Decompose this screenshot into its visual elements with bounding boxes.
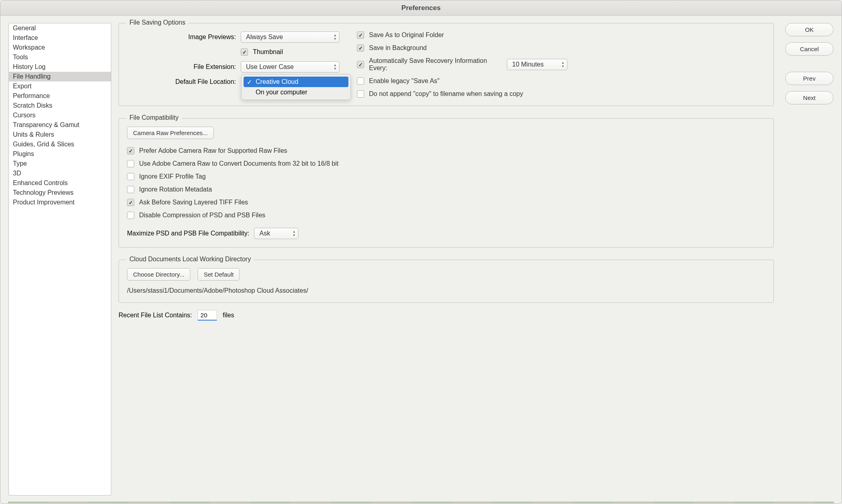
maximize-compat-select[interactable]: Ask ▲▼ <box>254 228 298 239</box>
file-extension-value: Use Lower Case <box>246 63 294 71</box>
legacy-save-as-label: Enable legacy "Save As" <box>369 77 440 85</box>
auto-recovery-label: Automatically Save Recovery Information … <box>369 57 502 72</box>
sidebar-item-general[interactable]: General <box>9 23 111 33</box>
disable-compression-checkbox[interactable] <box>127 212 134 219</box>
camera-raw-preferences-button[interactable]: Camera Raw Preferences... <box>127 127 214 139</box>
no-append-copy-checkbox[interactable] <box>357 90 364 98</box>
legacy-save-as-checkbox[interactable] <box>357 77 364 85</box>
ignore-rotation-checkbox[interactable] <box>127 186 134 193</box>
sidebar-item-enhanced-controls[interactable]: Enhanced Controls <box>9 178 111 188</box>
next-button[interactable]: Next <box>785 91 834 104</box>
preferences-sidebar: General Interface Workspace Tools Histor… <box>8 23 111 496</box>
chevrons-icon: ▲▼ <box>333 33 337 41</box>
ignore-exif-label: Ignore EXIF Profile Tag <box>139 173 206 180</box>
cloud-documents-legend: Cloud Documents Local Working Directory <box>126 256 254 263</box>
sidebar-item-tools[interactable]: Tools <box>9 52 111 62</box>
prefer-camera-raw-checkbox[interactable] <box>127 147 134 154</box>
sidebar-item-transparency-gamut[interactable]: Transparency & Gamut <box>9 120 111 130</box>
ignore-exif-checkbox[interactable] <box>127 173 134 180</box>
sidebar-item-export[interactable]: Export <box>9 81 111 91</box>
cancel-button[interactable]: Cancel <box>785 42 834 56</box>
use-camera-raw-convert-label: Use Adobe Camera Raw to Convert Document… <box>139 160 338 167</box>
file-extension-label: File Extension: <box>127 63 236 71</box>
auto-recovery-interval-select[interactable]: 10 Minutes ▲▼ <box>507 59 567 70</box>
auto-recovery-checkbox[interactable] <box>357 61 364 68</box>
file-extension-select[interactable]: Use Lower Case ▲▼ <box>241 61 340 73</box>
auto-recovery-interval-value: 10 Minutes <box>512 61 544 68</box>
image-previews-select[interactable]: Always Save ▲▼ <box>241 31 340 43</box>
ask-tiff-label: Ask Before Saving Layered TIFF Files <box>139 199 248 206</box>
titlebar: Preferences <box>0 0 842 16</box>
thumbnail-label: Thumbnail <box>253 48 283 56</box>
prev-button[interactable]: Prev <box>785 72 834 85</box>
chevrons-icon: ▲▼ <box>333 63 337 71</box>
save-as-original-checkbox[interactable] <box>357 31 364 39</box>
no-append-copy-label: Do not append "copy" to filename when sa… <box>369 90 523 98</box>
sidebar-item-file-handling[interactable]: File Handling <box>9 72 111 81</box>
file-compatibility-group: File Compatibility Camera Raw Preference… <box>119 118 774 248</box>
cloud-directory-path: /Users/stassi1/Documents/Adobe/Photoshop… <box>127 287 765 294</box>
sidebar-item-technology-previews[interactable]: Technology Previews <box>9 188 111 198</box>
default-file-location-dropdown[interactable]: Creative Cloud On your computer <box>241 74 351 100</box>
cloud-documents-group: Cloud Documents Local Working Directory … <box>119 260 774 303</box>
sidebar-item-cursors[interactable]: Cursors <box>9 110 111 120</box>
sidebar-item-performance[interactable]: Performance <box>9 91 111 101</box>
dialog-buttons: OK Cancel Prev Next <box>785 23 834 496</box>
ask-tiff-checkbox[interactable] <box>127 199 134 206</box>
set-default-button[interactable]: Set Default <box>198 268 240 281</box>
recent-files-input[interactable] <box>198 310 217 321</box>
recent-files-label: Recent File List Contains: <box>119 312 192 319</box>
dropdown-option-on-your-computer[interactable]: On your computer <box>244 87 348 98</box>
disable-compression-label: Disable Compression of PSD and PSB Files <box>139 212 265 219</box>
maximize-compat-label: Maximize PSD and PSB File Compatibility: <box>127 230 249 237</box>
file-saving-legend: File Saving Options <box>126 19 189 26</box>
sidebar-item-type[interactable]: Type <box>9 159 111 169</box>
choose-directory-button[interactable]: Choose Directory... <box>127 268 190 281</box>
save-as-original-label: Save As to Original Folder <box>369 31 444 39</box>
sidebar-item-3d[interactable]: 3D <box>9 169 111 178</box>
dropdown-option-creative-cloud[interactable]: Creative Cloud <box>244 77 348 87</box>
sidebar-item-product-improvement[interactable]: Product Improvement <box>9 198 111 207</box>
sidebar-item-history-log[interactable]: History Log <box>9 62 111 72</box>
default-file-location-label: Default File Location: <box>127 78 236 85</box>
save-background-label: Save in Background <box>369 44 427 52</box>
background-thumbnails <box>8 502 834 503</box>
file-saving-options-group: File Saving Options Image Previews: Alwa… <box>119 23 774 106</box>
sidebar-item-interface[interactable]: Interface <box>9 33 111 43</box>
thumbnail-checkbox[interactable] <box>241 48 248 56</box>
main-panel: File Saving Options Image Previews: Alwa… <box>119 23 778 496</box>
maximize-compat-value: Ask <box>259 230 270 237</box>
sidebar-item-units-rulers[interactable]: Units & Rulers <box>9 130 111 140</box>
file-compatibility-legend: File Compatibility <box>126 114 182 121</box>
save-background-checkbox[interactable] <box>357 44 364 52</box>
sidebar-item-workspace[interactable]: Workspace <box>9 43 111 52</box>
sidebar-item-scratch-disks[interactable]: Scratch Disks <box>9 101 111 110</box>
chevrons-icon: ▲▼ <box>292 230 296 237</box>
chevrons-icon: ▲▼ <box>561 61 565 68</box>
image-previews-label: Image Previews: <box>127 33 236 41</box>
ignore-rotation-label: Ignore Rotation Metadata <box>139 186 212 193</box>
window-title: Preferences <box>401 4 440 12</box>
sidebar-item-guides-grid-slices[interactable]: Guides, Grid & Slices <box>9 140 111 149</box>
recent-files-suffix: files <box>223 312 234 319</box>
use-camera-raw-convert-checkbox[interactable] <box>127 160 134 167</box>
image-previews-value: Always Save <box>246 33 283 41</box>
ok-button[interactable]: OK <box>785 23 834 36</box>
prefer-camera-raw-label: Prefer Adobe Camera Raw for Supported Ra… <box>139 147 287 154</box>
sidebar-item-plugins[interactable]: Plugins <box>9 149 111 159</box>
